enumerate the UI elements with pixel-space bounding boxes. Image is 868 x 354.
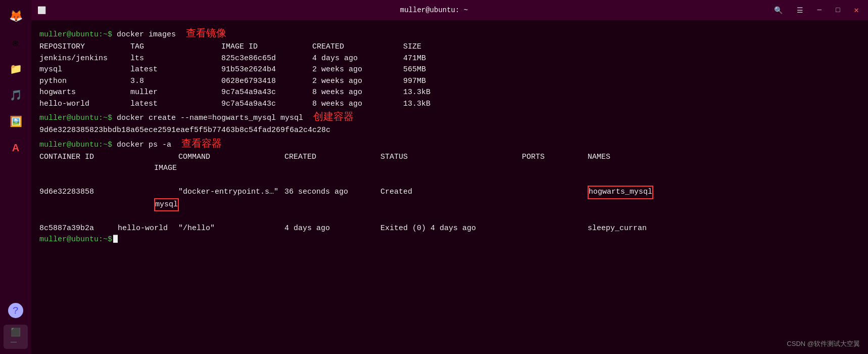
ps-header-row: CONTAINER ID IMAGE COMMAND CREATED STATU… — [39, 152, 860, 186]
appstore-icon: A — [12, 142, 19, 154]
ps-row1-status: Created — [380, 187, 522, 198]
ps-row1-cid: 9d6e32283858 — [39, 187, 118, 198]
ps-row2-created: 4 days ago — [284, 223, 380, 235]
ps-col-names: NAMES — [588, 152, 610, 163]
ps-row1-image-wrapper: mysql — [118, 187, 178, 223]
ps-row2-command: "/hello" — [178, 223, 284, 235]
ps-row-2: 8c5887a39b2a hello-world "/hello" 4 days… — [39, 223, 860, 235]
sidebar-files[interactable]: 📁 — [4, 57, 28, 81]
close-button[interactable]: ✕ — [851, 4, 862, 16]
prompt-4: muller@ubuntu:~$ — [39, 234, 112, 246]
images-row-python: python 3.8 0628e6793418 2 weeks ago 997M… — [39, 76, 860, 87]
ps-row1-image: mysql — [154, 198, 179, 212]
images-row-hello-world: hello-world latest 9c7a54a9a43c 8 weeks … — [39, 99, 860, 110]
titlebar-controls: 🔍 ☰ ─ □ ✕ — [771, 4, 862, 16]
titlebar-left: ⬜ — [37, 6, 46, 15]
music-icon: 🎵 — [10, 89, 22, 102]
cmd-3: docker ps -a — [112, 140, 171, 151]
ps-row2-cid: 8c5887a39b2a — [39, 223, 118, 235]
cmd-1: docker images — [112, 29, 176, 41]
images-row-3-text: python 3.8 0628e6793418 2 weeks ago 997M… — [39, 76, 426, 87]
ps-col-created: CREATED — [284, 152, 380, 163]
ps-col-image: IMAGE — [118, 152, 178, 186]
menu-button[interactable]: ☰ — [794, 5, 806, 16]
images-row-hogwarts: hogwarts muller 9c7a54a9a43c 8 weeks ago… — [39, 87, 860, 99]
ps-row1-command: "docker-entrypoint.s…" — [178, 187, 284, 198]
search-button[interactable]: 🔍 — [771, 5, 786, 16]
command-line-2: muller@ubuntu:~$ docker create --name=ho… — [39, 110, 860, 125]
command-line-4: muller@ubuntu:~$ █ — [39, 234, 860, 246]
email-icon: ✉️ — [13, 36, 19, 49]
ps-row2-status: Exited (0) 4 days ago — [380, 223, 522, 235]
annotation-docker-images: 查看镜像 — [186, 26, 226, 41]
images-row-jenkins: jenkins/jenkins lts 825c3e86c65d 4 days … — [39, 53, 860, 65]
prompt-1: muller@ubuntu:~$ — [39, 29, 112, 41]
prompt-3: muller@ubuntu:~$ — [39, 140, 112, 151]
ps-col-status: STATUS — [380, 152, 522, 163]
annotation-docker-ps: 查看容器 — [181, 137, 222, 152]
firefox-icon: 🦊 — [9, 10, 23, 23]
command-line-3: muller@ubuntu:~$ docker ps -a 查看容器 — [39, 137, 860, 152]
sidebar-photos[interactable]: 🖼️ — [4, 109, 28, 134]
terminal-content[interactable]: muller@ubuntu:~$ docker images 查看镜像 REPO… — [31, 20, 868, 354]
prompt-2: muller@ubuntu:~$ — [39, 113, 112, 124]
images-header: REPOSITORY TAG IMAGE ID CREATED SIZE — [39, 41, 860, 53]
watermark: CSDN @软件测试大空翼 — [787, 339, 860, 349]
images-row-mysql: mysql latest 91b53e2624b4 2 weeks ago 56… — [39, 64, 860, 76]
main-window: ⬜ muller@ubuntu: ~ 🔍 ☰ ─ □ ✕ muller@ubun… — [31, 0, 868, 354]
ps-col-command: COMMAND — [178, 152, 284, 163]
ps-row2-names: sleepy_curran — [588, 223, 647, 235]
container-hash: 9d6e3228385823bbdb18a65ece2591eaef5f5b77… — [39, 125, 330, 137]
sidebar-terminal[interactable]: ⬛── — [4, 325, 28, 349]
terminal-icon: ⬛── — [11, 327, 21, 346]
ps-row1-created: 36 seconds ago — [284, 187, 380, 198]
cursor: █ — [113, 234, 118, 246]
sidebar-music[interactable]: 🎵 — [4, 83, 28, 107]
images-row-1-text: jenkins/jenkins lts 825c3e86c65d 4 days … — [39, 53, 426, 65]
sidebar-appstore[interactable]: A — [4, 136, 28, 160]
ps-col-cid: CONTAINER ID — [39, 152, 118, 163]
images-row-5-text: hello-world latest 9c7a54a9a43c 8 weeks … — [39, 99, 430, 110]
sidebar-help[interactable]: ? — [4, 298, 28, 323]
cmd-2: docker create --name=hogwarts_mysql mysq… — [112, 113, 303, 124]
titlebar: ⬜ muller@ubuntu: ~ 🔍 ☰ ─ □ ✕ — [31, 0, 868, 20]
images-header-text: REPOSITORY TAG IMAGE ID CREATED SIZE — [39, 41, 421, 53]
ps-row1-names: hogwarts_mysql — [588, 186, 653, 199]
maximize-button[interactable]: □ — [833, 5, 843, 15]
sidebar-firefox[interactable]: 🦊 — [4, 4, 28, 28]
command-line-1: muller@ubuntu:~$ docker images 查看镜像 — [39, 26, 860, 41]
terminal-tab-icon: ⬜ — [37, 6, 46, 15]
files-icon: 📁 — [10, 63, 22, 75]
ps-row2-image: hello-world — [118, 223, 178, 235]
minimize-button[interactable]: ─ — [814, 5, 825, 15]
ps-row-1: 9d6e32283858 mysql "docker-entrypoint.s…… — [39, 186, 860, 223]
annotation-docker-create: 创建容器 — [313, 110, 354, 125]
help-icon: ? — [8, 303, 23, 318]
photos-icon: 🖼️ — [10, 115, 22, 128]
sidebar-email[interactable]: ✉️ — [4, 30, 28, 55]
ps-col-ports: PORTS — [522, 152, 588, 163]
window-title: muller@ubuntu: ~ — [400, 6, 468, 14]
images-row-4-text: hogwarts muller 9c7a54a9a43c 8 weeks ago… — [39, 87, 430, 99]
images-row-2-text: mysql latest 91b53e2624b4 2 weeks ago 56… — [39, 64, 426, 76]
hash-output: 9d6e3228385823bbdb18a65ece2591eaef5f5b77… — [39, 125, 860, 137]
sidebar: 🦊 ✉️ 📁 🎵 🖼️ A ? ⬛── — [0, 0, 31, 354]
